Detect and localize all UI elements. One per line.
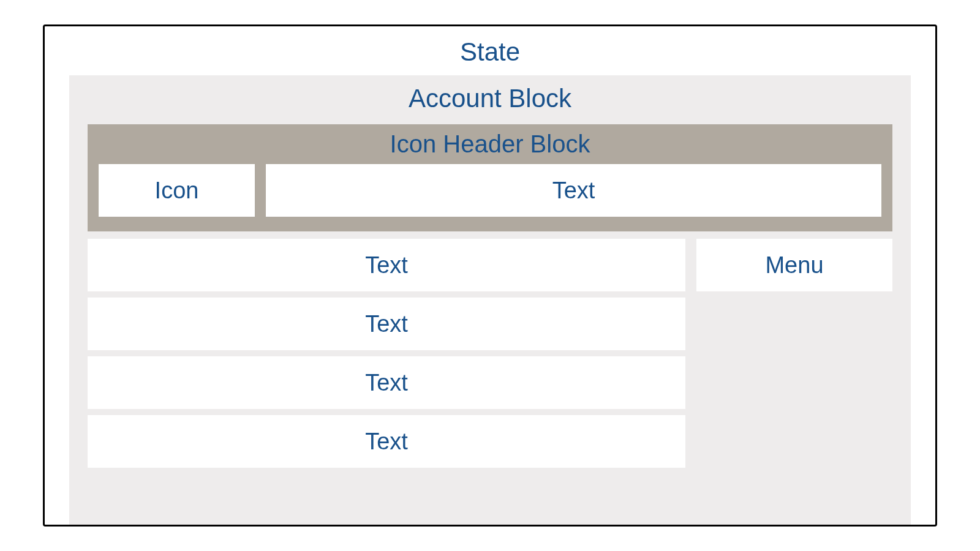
icon-header-block: Icon Header Block Icon Text — [88, 124, 892, 231]
text-row: Text — [88, 415, 685, 468]
text-row-label: Text — [365, 311, 408, 337]
header-text-label: Text — [552, 178, 595, 204]
text-row: Text — [88, 239, 685, 291]
state-frame: State Account Block Icon Header Block Ic… — [43, 24, 937, 527]
text-column: Text Text Text Text — [88, 239, 685, 525]
account-block-title: Account Block — [88, 84, 892, 113]
menu-label: Menu — [765, 252, 823, 279]
icon-header-row: Icon Text — [99, 164, 881, 217]
body-grid: Text Text Text Text Menu — [88, 239, 892, 525]
text-row: Text — [88, 356, 685, 409]
text-row-label: Text — [365, 252, 408, 279]
menu-column: Menu — [696, 239, 892, 525]
text-row-label: Text — [365, 370, 408, 396]
icon-cell: Icon — [99, 164, 255, 217]
icon-header-block-title: Icon Header Block — [99, 130, 881, 158]
icon-label: Icon — [155, 178, 199, 204]
header-text-cell: Text — [266, 164, 881, 217]
account-block: Account Block Icon Header Block Icon Tex… — [69, 75, 911, 525]
text-row-label: Text — [365, 429, 408, 455]
state-title: State — [69, 37, 911, 67]
text-row: Text — [88, 298, 685, 350]
menu-cell[interactable]: Menu — [696, 239, 892, 291]
